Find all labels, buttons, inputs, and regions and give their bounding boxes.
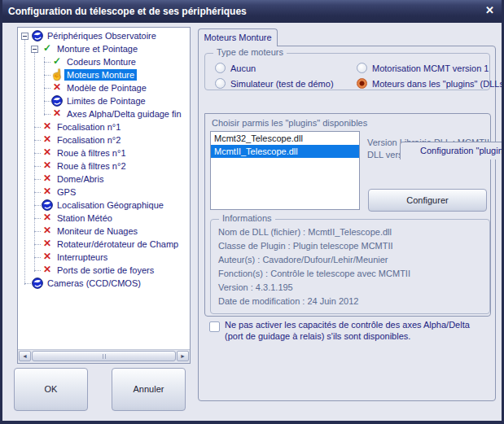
collapse-icon[interactable] [21, 33, 28, 40]
radio-option[interactable]: Aucun [215, 60, 357, 76]
tree-item[interactable]: ✓Monture et Pointage [18, 42, 190, 55]
radio-icon[interactable] [357, 63, 367, 73]
tree-connector-stub [34, 127, 41, 128]
cross-icon: ✕ [41, 238, 54, 251]
tree-connector-stub [44, 75, 50, 76]
info-line: Auteur(s) : Cavadore/Dufour/Lehir/Meunie… [218, 253, 484, 267]
list-item[interactable]: Mcmt32_Telescope.dll [211, 132, 359, 145]
choose-plugin-label: Choisir parmis les "plugins" disponibles [212, 118, 367, 128]
tab-moteurs-monture-label: Moteurs Monture [204, 33, 271, 42]
tree-item[interactable]: ✕Axes Alpha/Delta guidage fin [18, 107, 190, 120]
radio-option[interactable]: Simulateur (test de démo) [215, 76, 357, 91]
close-icon[interactable]: ✕ [485, 0, 494, 23]
scroll-right-icon[interactable]: ► [177, 351, 189, 361]
tree-connector-stub [34, 218, 41, 219]
radio-option[interactable]: Moteurs dans les "plugins" (DLLs) [357, 76, 504, 91]
ok-button[interactable]: OK [14, 368, 88, 411]
telescope-config-dialog: Configuration du télescope et de ses pér… [0, 0, 504, 424]
tree-item-label: Roue à filtres n°2 [55, 160, 129, 172]
radio-icon[interactable] [357, 78, 367, 89]
radio-label: Simulateur (test de démo) [230, 79, 334, 89]
tree-item[interactable]: ☝Moteurs Monture [18, 68, 190, 81]
tree-connector-stub [24, 283, 31, 284]
scrollbar-thumb[interactable] [32, 351, 176, 361]
radio-option[interactable]: Motorisation MCMT version 1 [357, 60, 504, 76]
tree-connector-stub [34, 270, 41, 271]
tree-item[interactable]: ✕Focalisation n°1 [18, 120, 190, 133]
tree-horizontal-scrollbar[interactable]: ◄ ► [18, 349, 190, 363]
cross-icon: ✕ [50, 107, 64, 120]
radio-icon[interactable] [215, 78, 226, 89]
tree-item-label: Modèle de Pointage [64, 82, 149, 94]
tab-configuration-plugin-dll-label: Configuration "plugin" DLL [420, 146, 504, 155]
tree-item[interactable]: ✕Interrupteurs [18, 251, 190, 264]
tree-item[interactable]: ✕Roue à filtres n°2 [18, 160, 190, 173]
tree-connector-stub [34, 192, 41, 193]
type-moteurs-caption: Type de moteurs [213, 47, 287, 57]
cross-icon: ✕ [41, 146, 54, 160]
window-title: Configuration du télescope et de ses pér… [8, 6, 247, 17]
tree-item[interactable]: Localisation Géographique [18, 199, 190, 212]
info-line: Version : 4.3.1.195 [218, 281, 484, 295]
tree-item[interactable]: ✕Moniteur de Nuages [18, 225, 190, 238]
scroll-left-icon[interactable]: ◄ [19, 351, 31, 361]
tree-item[interactable]: ✓Codeurs Monture [18, 55, 190, 68]
tree-connector-stub [34, 231, 41, 232]
tree-item-label: Monture et Pointage [55, 43, 140, 55]
tree-item[interactable]: ✕Dome/Abris [18, 173, 190, 186]
tree-item-label: Localisation Géographique [55, 199, 166, 211]
cross-icon: ✕ [41, 212, 54, 225]
tree-item-label: GPS [55, 186, 78, 198]
plugin-listbox[interactable]: Mcmt32_Telescope.dllMcmtII_Telescope.dll [210, 131, 360, 210]
tree-item-label: Rotateur/dérotateur de Champ [55, 238, 181, 250]
tree-item[interactable]: ✕Focalisation n°2 [18, 133, 190, 146]
informations-caption: Informations [219, 213, 275, 223]
globe-icon [50, 94, 64, 107]
tree-item[interactable]: ✕GPS [18, 186, 190, 199]
radio-icon[interactable] [215, 63, 226, 73]
globe-icon [31, 29, 44, 42]
tree-item-label: Limites de Pointage [64, 95, 148, 107]
tab-moteurs-monture[interactable]: Moteurs Monture [198, 28, 278, 46]
tree-item-label: Codeurs Monture [64, 56, 138, 68]
type-moteurs-groupbox: Type de moteurs AucunSimulateur (test de… [204, 53, 490, 90]
tree-connector-stub [34, 205, 41, 206]
tree-item[interactable]: Périphériques Observatoire [18, 29, 190, 42]
cross-icon: ✕ [41, 225, 54, 238]
tree-item-label: Ports de sortie de foyers [55, 264, 156, 276]
tree-item[interactable]: ✕Modèle de Pointage [18, 81, 190, 94]
tree-connector-stub [34, 179, 41, 180]
radio-label: Aucun [230, 63, 256, 73]
info-line: Nom de DLL (fichier) : McmtII_Telescope.… [218, 225, 484, 239]
collapse-icon[interactable] [31, 46, 38, 53]
tree-connector-stub [44, 62, 50, 63]
scrollbar-grip [103, 354, 103, 359]
cross-icon: ✕ [41, 160, 54, 173]
tree-item[interactable]: ✕Rotateur/dérotateur de Champ [18, 238, 190, 251]
tree-item-label: Focalisation n°2 [55, 134, 123, 146]
tree-connector-stub [34, 153, 41, 154]
cancel-button[interactable]: Annuler [112, 368, 186, 411]
check-icon: ✓ [41, 42, 54, 55]
title-bar[interactable]: Configuration du télescope et de ses pér… [0, 0, 504, 23]
guidance-checkbox[interactable] [209, 321, 220, 332]
tree-item[interactable]: ✕Station Météo [18, 212, 190, 225]
tab-configuration-plugin-dll[interactable]: Configuration "plugin" DLL [400, 142, 504, 160]
tree-item[interactable]: ✕Roue à filtres n°1 [18, 146, 190, 160]
tree-connector-stub [34, 140, 41, 141]
tree-item-label: Axes Alpha/Delta guidage fin [64, 108, 184, 120]
tree-item-label: Interrupteurs [55, 251, 110, 263]
tree-item[interactable]: Limites de Pointage [18, 94, 190, 107]
info-line: Fonction(s) : Contrôle le telescope avec… [218, 267, 484, 281]
cross-icon: ✕ [50, 81, 64, 94]
cross-icon: ✕ [41, 133, 54, 146]
configure-button[interactable]: Configurer [368, 189, 487, 212]
cross-icon: ✕ [41, 120, 54, 133]
tree-connector-stub [34, 166, 41, 167]
list-item[interactable]: McmtII_Telescope.dll [211, 145, 359, 158]
guidance-checkbox-label: Ne pas activer les capacités de contrôle… [225, 319, 486, 342]
tree-item[interactable]: Cameras (CCD/CMOS) [18, 277, 190, 290]
tree-connector-stub [34, 244, 41, 245]
tree-item[interactable]: ✕Ports de sortie de foyers [18, 264, 190, 277]
moteurs-monture-panel: Type de moteurs AucunSimulateur (test de… [198, 46, 496, 401]
